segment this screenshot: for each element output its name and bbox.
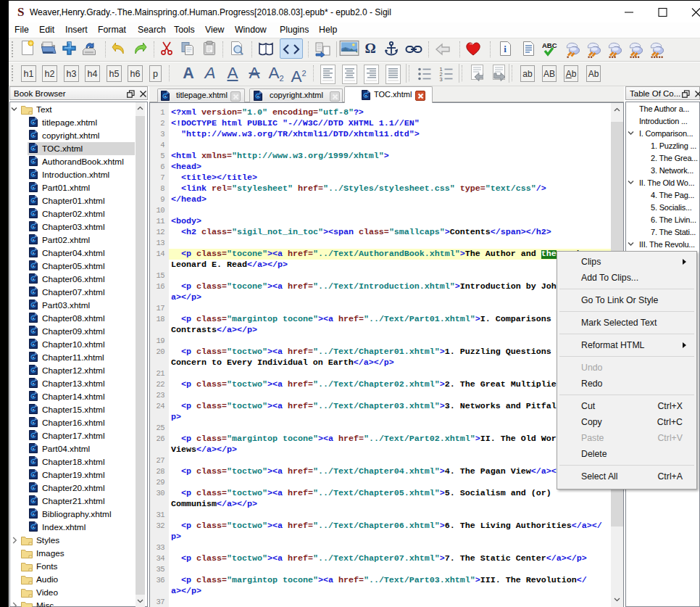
svg-text:ABC: ABC xyxy=(542,41,557,49)
svg-text:3: 3 xyxy=(440,76,443,83)
svg-text:i: i xyxy=(504,44,507,54)
svg-text:Ω: Ω xyxy=(364,41,375,56)
